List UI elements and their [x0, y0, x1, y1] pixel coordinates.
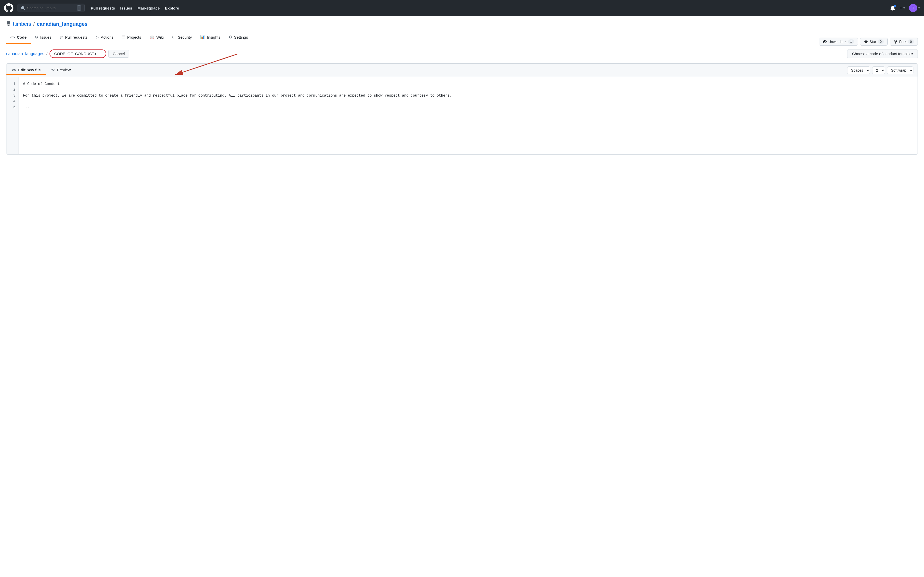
fork-button[interactable]: Fork 0	[890, 38, 918, 45]
avatar-chevron-icon: ▾	[918, 6, 920, 10]
filename-input[interactable]	[50, 50, 106, 58]
repo-name-link[interactable]: canadian_languages	[37, 21, 88, 27]
choose-template-button[interactable]: Choose a code of conduct template	[847, 49, 918, 58]
line-num-1: 1	[10, 81, 16, 87]
line-num-3: 3	[10, 93, 16, 98]
tab-code[interactable]: <> Code	[6, 31, 31, 44]
filename-wrapper	[50, 50, 106, 58]
repo-link[interactable]: canadian_languages	[6, 52, 44, 56]
repo-header-wrapper: ttimbers / canadian_languages Unwatch 1	[0, 16, 924, 44]
star-button[interactable]: Star 0	[860, 38, 888, 45]
code-editor[interactable]: # Code of Conduct For this project, we a…	[19, 77, 918, 154]
navbar-links: Pull requests Issues Marketplace Explore	[91, 6, 179, 10]
repo-tabs: <> Code ⊙ Issues ⇄ Pull requests ▷ Actio…	[6, 31, 918, 44]
star-count: 0	[878, 39, 884, 44]
line-numbers: 1 2 3 4 5	[6, 77, 19, 154]
spaces-select[interactable]: Spaces	[847, 66, 870, 74]
tab-settings[interactable]: ⚙ Settings	[225, 31, 252, 44]
search-icon	[21, 6, 25, 10]
pr-tab-icon: ⇄	[60, 35, 63, 39]
tab-actions[interactable]: ▷ Actions	[92, 31, 118, 44]
search-input[interactable]	[27, 6, 75, 10]
actions-tab-icon: ▷	[96, 35, 99, 39]
nav-marketplace[interactable]: Marketplace	[137, 6, 160, 10]
line-num-2: 2	[10, 87, 16, 92]
unwatch-count: 1	[848, 39, 854, 44]
repo-icon	[6, 21, 11, 27]
nav-explore[interactable]: Explore	[165, 6, 179, 10]
wiki-tab-icon: 📖	[150, 35, 154, 39]
fork-label: Fork	[899, 40, 906, 44]
nav-issues[interactable]: Issues	[120, 6, 132, 10]
issues-tab-icon: ⊙	[35, 35, 38, 39]
repo-actions: Unwatch 1 Star 0	[819, 38, 918, 45]
chevron-down-icon: ▾	[903, 6, 905, 10]
line-num-4: 4	[10, 98, 16, 104]
projects-tab-icon: ☰	[122, 35, 125, 39]
unwatch-button[interactable]: Unwatch 1	[819, 38, 858, 45]
code-tab-icon: <>	[10, 35, 15, 39]
github-logo[interactable]	[4, 3, 13, 13]
new-button[interactable]: + ▾	[900, 5, 905, 11]
avatar: T	[909, 4, 917, 12]
fork-icon	[893, 40, 898, 44]
navbar: / Pull requests Issues Marketplace Explo…	[0, 0, 924, 16]
editor-container: <> Edit new file 👁 Preview Spaces 2 Soft…	[6, 63, 918, 155]
insights-tab-icon: 📊	[200, 35, 205, 39]
edit-tab[interactable]: <> Edit new file	[6, 66, 46, 75]
editor-options: Spaces 2 Soft wrap	[847, 66, 918, 74]
preview-tab-label: Preview	[57, 68, 71, 72]
indent-select[interactable]: 2	[872, 66, 885, 74]
search-bar[interactable]: /	[18, 3, 84, 12]
tab-wiki[interactable]: 📖 Wiki	[145, 31, 168, 44]
star-icon	[864, 40, 868, 44]
unwatch-label: Unwatch	[828, 40, 842, 44]
tab-projects[interactable]: ☰ Projects	[118, 31, 145, 44]
settings-tab-icon: ⚙	[229, 35, 232, 39]
editor-toolbar: <> Edit new file 👁 Preview Spaces 2 Soft…	[6, 64, 918, 77]
edit-tab-label: Edit new file	[18, 68, 41, 72]
repo-header: ttimbers / canadian_languages Unwatch 1	[0, 16, 924, 44]
repo-breadcrumb: ttimbers / canadian_languages Unwatch 1	[6, 21, 918, 27]
fork-count: 0	[908, 39, 914, 44]
preview-tab-icon: 👁	[51, 68, 55, 72]
preview-tab[interactable]: 👁 Preview	[46, 66, 76, 75]
file-path-bar: canadian_languages / Cancel Choose a cod…	[0, 44, 924, 63]
unwatch-chevron-icon	[844, 40, 846, 43]
security-tab-icon: 🛡	[172, 35, 176, 39]
nav-pull-requests[interactable]: Pull requests	[91, 6, 115, 10]
plus-icon: +	[900, 5, 902, 11]
path-separator: /	[47, 52, 47, 56]
notification-dot	[894, 5, 896, 7]
user-menu[interactable]: T ▾	[909, 4, 920, 12]
edit-tab-icon: <>	[11, 68, 16, 72]
navbar-right: + ▾ T ▾	[890, 4, 920, 12]
tab-security[interactable]: 🛡 Security	[168, 31, 196, 44]
editor-body: 1 2 3 4 5 # Code of Conduct For this pro…	[6, 77, 918, 154]
notifications-button[interactable]	[890, 5, 895, 11]
tab-insights[interactable]: 📊 Insights	[196, 31, 225, 44]
cancel-button[interactable]: Cancel	[108, 50, 129, 58]
book-icon	[6, 21, 11, 26]
tab-issues[interactable]: ⊙ Issues	[31, 31, 55, 44]
repo-owner-link[interactable]: ttimbers	[13, 21, 31, 27]
star-label: Star	[870, 40, 876, 44]
softwrap-select[interactable]: Soft wrap	[887, 66, 913, 74]
breadcrumb-separator: /	[33, 21, 35, 27]
slash-badge: /	[77, 5, 81, 11]
line-num-5: 5	[10, 104, 16, 110]
eye-icon	[823, 40, 827, 44]
tab-pull-requests[interactable]: ⇄ Pull requests	[55, 31, 92, 44]
